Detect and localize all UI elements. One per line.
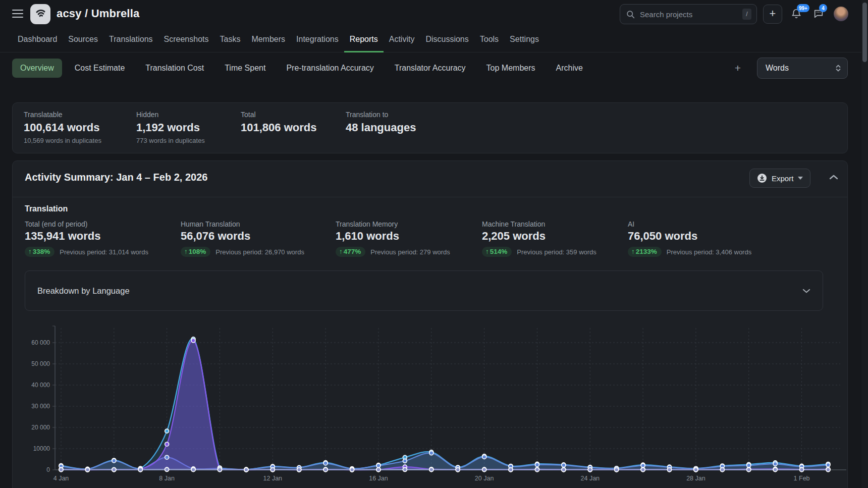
nav-item-tools[interactable]: Tools: [474, 28, 504, 52]
unit-select[interactable]: Words: [757, 58, 848, 79]
export-label: Export: [772, 174, 793, 183]
arrow-up-icon: ↑: [184, 248, 188, 255]
arrow-up-icon: ↑: [631, 248, 635, 255]
svg-text:1 Feb: 1 Feb: [794, 475, 810, 482]
svg-text:16 Jan: 16 Jan: [369, 475, 388, 482]
add-report-tab-button[interactable]: +: [730, 60, 746, 76]
activity-summary-title: Activity Summary: Jan 4 – Feb 2, 2026: [25, 172, 207, 183]
stat-label: Translation to: [346, 111, 388, 119]
messages-badge: 4: [819, 4, 827, 12]
trend-badge: ↑477%: [336, 247, 365, 257]
chevron-down-icon: [802, 288, 810, 294]
svg-text:12 Jan: 12 Jan: [263, 475, 283, 482]
tab-cost-estimate[interactable]: Cost Estimate: [67, 59, 133, 78]
svg-text:30 000: 30 000: [31, 403, 50, 410]
svg-text:28 Jan: 28 Jan: [686, 475, 706, 482]
nav-item-sources[interactable]: Sources: [63, 28, 103, 52]
caret-down-icon: [798, 177, 803, 180]
arrow-up-icon: ↑: [28, 248, 32, 255]
svg-text:10000: 10000: [33, 445, 50, 452]
arrow-up-icon: ↑: [485, 248, 489, 255]
stat-label: Translation Memory: [336, 220, 398, 228]
previous-period: Previous period: 3,406 words: [667, 248, 751, 256]
arrow-up-icon: ↑: [339, 248, 343, 255]
activity-chart: 01000020 00030 00040 00050 00060 0004 Ja…: [13, 322, 848, 488]
stat-value: 76,050 words: [628, 230, 697, 243]
menu-icon[interactable]: [12, 10, 23, 18]
breakdown-by-language-toggle[interactable]: Breakdown by Language: [25, 270, 823, 311]
svg-text:50 000: 50 000: [31, 360, 50, 367]
notifications-badge: 99+: [797, 4, 809, 12]
nav-item-integrations[interactable]: Integrations: [291, 28, 344, 52]
nav-item-screenshots[interactable]: Screenshots: [158, 28, 214, 52]
breakdown-label: Breakdown by Language: [37, 286, 802, 296]
stat-value: 1,192 words: [136, 121, 200, 134]
stat-sub: 10,569 words in duplicates: [24, 137, 101, 144]
search-input[interactable]: Search projects /: [620, 4, 757, 24]
previous-period: Previous period: 31,014 words: [60, 248, 148, 256]
collapse-section-button[interactable]: [829, 173, 841, 183]
stat-value: 56,076 words: [181, 230, 250, 243]
stat-value: 101,806 words: [241, 121, 316, 134]
trend-badge: ↑514%: [482, 247, 512, 257]
tab-translator-accuracy[interactable]: Translator Accuracy: [387, 59, 474, 78]
svg-text:20 Jan: 20 Jan: [475, 475, 494, 482]
tab-overview[interactable]: Overview: [12, 59, 62, 78]
trend-badge: ↑2133%: [628, 247, 662, 257]
stat-label: Hidden: [136, 111, 158, 119]
stat-label: Total: [241, 111, 256, 119]
stat-sub: 773 words in duplicates: [136, 137, 205, 144]
tab-time-spent[interactable]: Time Spent: [216, 59, 274, 78]
page-title: acsy / Umbrella: [57, 7, 139, 20]
logo-swirl-icon: [34, 8, 47, 21]
svg-text:20 000: 20 000: [31, 424, 50, 431]
stat-value: 48 languages: [346, 121, 416, 134]
search-shortcut-key: /: [742, 9, 751, 20]
tab-archive[interactable]: Archive: [548, 59, 591, 78]
top-bar: acsy / Umbrella Search projects / + 99+ …: [0, 0, 868, 28]
nav-item-translations[interactable]: Translations: [103, 28, 158, 52]
stat-value: 100,614 words: [24, 121, 99, 134]
divider: [13, 197, 847, 197]
stat-value: 135,941 words: [25, 230, 100, 243]
stat-label: Human Translation: [181, 220, 240, 228]
messages-button[interactable]: 4: [813, 8, 825, 20]
nav-item-settings[interactable]: Settings: [504, 28, 545, 52]
svg-text:40 000: 40 000: [31, 382, 50, 389]
nav-item-members[interactable]: Members: [246, 28, 291, 52]
stat-value: 1,610 words: [336, 230, 399, 243]
stat-value: 2,205 words: [482, 230, 546, 243]
nav-item-dashboard[interactable]: Dashboard: [12, 28, 63, 52]
nav-item-reports[interactable]: Reports: [344, 28, 384, 52]
unit-select-value: Words: [766, 64, 835, 73]
trend-badge: ↑338%: [25, 247, 55, 257]
svg-text:8 Jan: 8 Jan: [159, 475, 175, 482]
tab-translation-cost[interactable]: Translation Cost: [137, 59, 212, 78]
stat-label: Machine Translation: [482, 220, 545, 228]
project-stats-card: Translatable 100,614 words 10,569 words …: [12, 102, 848, 153]
main-nav: Dashboard Sources Translations Screensho…: [0, 28, 868, 52]
scrollbar-thumb[interactable]: [862, 3, 867, 62]
scrollbar[interactable]: [861, 0, 868, 488]
stat-label: Translatable: [24, 111, 63, 119]
reports-subtabs: Overview Cost Estimate Translation Cost …: [0, 52, 868, 84]
activity-summary-card: Activity Summary: Jan 4 – Feb 2, 2026 Ex…: [12, 160, 848, 488]
nav-item-tasks[interactable]: Tasks: [214, 28, 246, 52]
svg-text:60 000: 60 000: [31, 339, 50, 346]
svg-text:24 Jan: 24 Jan: [581, 475, 600, 482]
user-avatar[interactable]: [834, 7, 848, 21]
svg-text:0: 0: [46, 466, 50, 473]
tab-top-members[interactable]: Top Members: [478, 59, 544, 78]
chevron-up-icon: [829, 174, 838, 180]
nav-item-activity[interactable]: Activity: [384, 28, 420, 52]
previous-period: Previous period: 26,970 words: [215, 248, 304, 256]
export-button[interactable]: Export: [749, 169, 810, 188]
create-project-button[interactable]: +: [763, 5, 782, 24]
tab-pre-translation-accuracy[interactable]: Pre-translation Accuracy: [278, 59, 382, 78]
trend-badge: ↑108%: [181, 247, 210, 257]
svg-text:4 Jan: 4 Jan: [53, 475, 69, 482]
nav-item-discussions[interactable]: Discussions: [420, 28, 474, 52]
notifications-button[interactable]: 99+: [791, 8, 803, 20]
project-logo[interactable]: [30, 4, 50, 24]
search-icon: [626, 10, 635, 19]
